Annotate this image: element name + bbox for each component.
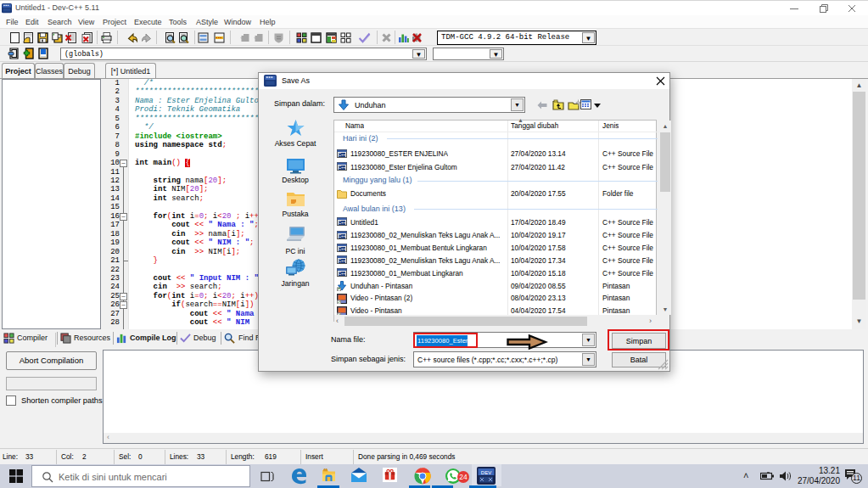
svg-text:C++: C++	[339, 272, 346, 276]
svg-text:C++: C++	[339, 259, 346, 263]
svg-text:C++: C++	[339, 165, 346, 170]
svg-text:C++: C++	[339, 234, 346, 238]
svg-text:C++: C++	[339, 153, 346, 157]
svg-text:DEV: DEV	[481, 470, 491, 475]
svg-text:C++: C++	[339, 221, 346, 225]
svg-text:C++: C++	[339, 247, 346, 251]
